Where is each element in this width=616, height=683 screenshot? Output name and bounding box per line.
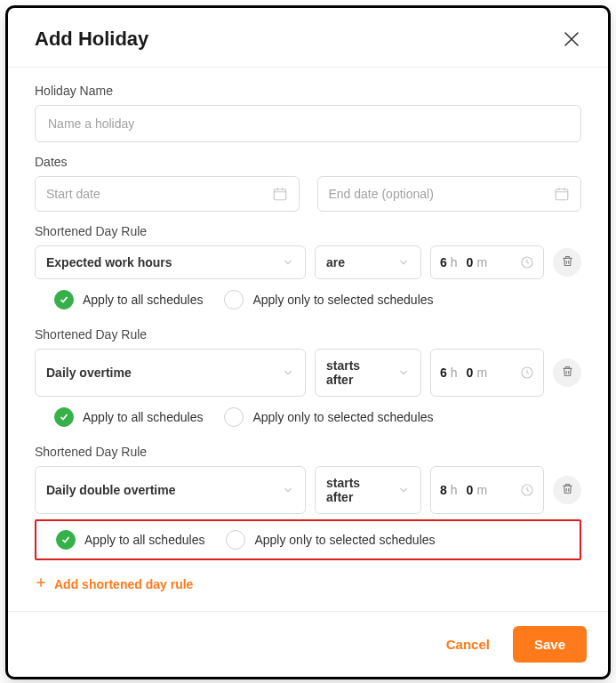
chevron-down-icon	[397, 366, 410, 379]
chevron-down-icon	[397, 484, 410, 496]
hours-unit: h	[451, 366, 458, 380]
rule-op-value: are	[326, 255, 345, 269]
minutes-value: 0	[467, 255, 474, 269]
minutes-unit: m	[476, 483, 487, 497]
chevron-down-icon	[397, 256, 410, 269]
rule-scope-row: Apply to all schedules Apply only to sel…	[35, 279, 581, 315]
rule-label: Shortened Day Rule	[35, 224, 581, 238]
rule-type-select[interactable]: Daily double overtime	[35, 466, 306, 514]
end-date-placeholder: End date (optional)	[329, 187, 434, 201]
dates-label: Dates	[35, 155, 581, 169]
start-date-input[interactable]: Start date	[35, 176, 300, 212]
minutes-unit: m	[476, 255, 487, 269]
rule-scope-row: Apply to all schedules Apply only to sel…	[36, 526, 576, 553]
radio-unchecked-icon	[224, 290, 244, 309]
scope-all-label: Apply to all schedules	[83, 293, 203, 307]
rule-op-value: starts after	[326, 476, 390, 504]
minutes-value: 0	[467, 483, 474, 497]
dates-row: Start date End date (optional)	[35, 176, 581, 212]
svg-rect-0	[274, 189, 286, 200]
rule-time-input[interactable]: 8 h 0 m	[430, 466, 544, 514]
chevron-down-icon	[282, 366, 294, 379]
radio-checked-icon	[54, 407, 74, 427]
trash-icon	[561, 365, 574, 382]
calendar-icon	[272, 186, 288, 202]
dialog-header: Add Holiday	[8, 8, 608, 68]
plus-icon	[35, 576, 47, 591]
rule-op-select[interactable]: starts after	[315, 349, 421, 397]
rule-label: Shortened Day Rule	[35, 327, 581, 342]
add-rule-link[interactable]: Add shortened day rule	[35, 576, 581, 591]
hours-value: 8	[440, 483, 447, 497]
trash-icon	[561, 254, 574, 271]
rule-row: Daily overtime starts after 6 h 0 m	[35, 349, 581, 397]
rule-type-select[interactable]: Daily overtime	[35, 349, 306, 397]
scope-selected-label: Apply only to selected schedules	[252, 293, 433, 307]
radio-unchecked-icon	[224, 407, 244, 427]
radio-checked-icon	[54, 290, 74, 309]
end-date-input[interactable]: End date (optional)	[317, 176, 582, 212]
rule-type-value: Daily double overtime	[46, 483, 175, 497]
holiday-name-label: Holiday Name	[35, 84, 581, 98]
scope-selected-radio[interactable]: Apply only to selected schedules	[224, 407, 433, 427]
scope-selected-radio[interactable]: Apply only to selected schedules	[226, 530, 435, 550]
scope-selected-radio[interactable]: Apply only to selected schedules	[224, 290, 433, 309]
add-holiday-dialog: Add Holiday Holiday Name Dates Start dat…	[5, 5, 611, 679]
dialog-title: Add Holiday	[35, 28, 148, 51]
rule-row: Expected work hours are 6 h 0 m	[35, 245, 581, 279]
dialog-body: Holiday Name Dates Start date End date (…	[8, 68, 608, 611]
calendar-icon	[554, 186, 570, 202]
scope-all-label: Apply to all schedules	[84, 533, 204, 547]
svg-rect-1	[556, 189, 568, 200]
rule-row: Daily double overtime starts after 8 h 0…	[35, 466, 581, 514]
chevron-down-icon	[282, 484, 294, 496]
rule-time-input[interactable]: 6 h 0 m	[430, 349, 544, 397]
rule-type-value: Expected work hours	[46, 255, 172, 269]
rule-type-value: Daily overtime	[46, 366, 132, 380]
save-button[interactable]: Save	[513, 626, 587, 663]
rule-time-input[interactable]: 6 h 0 m	[430, 245, 544, 279]
rule-label: Shortened Day Rule	[35, 445, 581, 459]
clock-icon	[520, 366, 534, 380]
scope-selected-label: Apply only to selected schedules	[254, 533, 435, 547]
holiday-name-input[interactable]	[35, 105, 581, 142]
scope-all-radio[interactable]: Apply to all schedules	[54, 290, 203, 309]
minutes-value: 0	[467, 366, 474, 380]
annotation-highlight: Apply to all schedules Apply only to sel…	[35, 519, 581, 560]
clock-icon	[520, 255, 534, 269]
radio-unchecked-icon	[226, 530, 245, 550]
clock-icon	[520, 483, 534, 497]
rule-section: Shortened Day Rule Expected work hours a…	[35, 224, 581, 315]
chevron-down-icon	[282, 256, 294, 269]
hours-value: 6	[440, 366, 447, 380]
scope-all-radio[interactable]: Apply to all schedules	[54, 407, 203, 427]
minutes-unit: m	[476, 366, 487, 380]
cancel-button[interactable]: Cancel	[436, 628, 500, 661]
scope-all-radio[interactable]: Apply to all schedules	[56, 530, 204, 550]
delete-rule-button[interactable]	[553, 476, 581, 504]
hours-value: 6	[440, 255, 447, 269]
delete-rule-button[interactable]	[553, 248, 581, 277]
rule-op-select[interactable]: starts after	[315, 466, 421, 514]
delete-rule-button[interactable]	[553, 358, 581, 387]
hours-unit: h	[451, 255, 458, 269]
dialog-footer: Cancel Save	[8, 611, 608, 677]
hours-unit: h	[451, 483, 458, 497]
rule-op-select[interactable]: are	[315, 245, 421, 279]
rule-section: Shortened Day Rule Daily double overtime…	[35, 445, 581, 560]
radio-checked-icon	[56, 530, 76, 550]
trash-icon	[561, 482, 574, 499]
close-icon[interactable]	[562, 29, 581, 49]
add-rule-label: Add shortened day rule	[54, 577, 193, 591]
start-date-placeholder: Start date	[46, 187, 100, 201]
scope-selected-label: Apply only to selected schedules	[252, 410, 433, 424]
rule-scope-row: Apply to all schedules Apply only to sel…	[35, 397, 581, 432]
rule-section: Shortened Day Rule Daily overtime starts…	[35, 327, 581, 432]
rule-type-select[interactable]: Expected work hours	[35, 245, 306, 279]
scope-all-label: Apply to all schedules	[83, 410, 203, 424]
rule-op-value: starts after	[326, 358, 390, 387]
